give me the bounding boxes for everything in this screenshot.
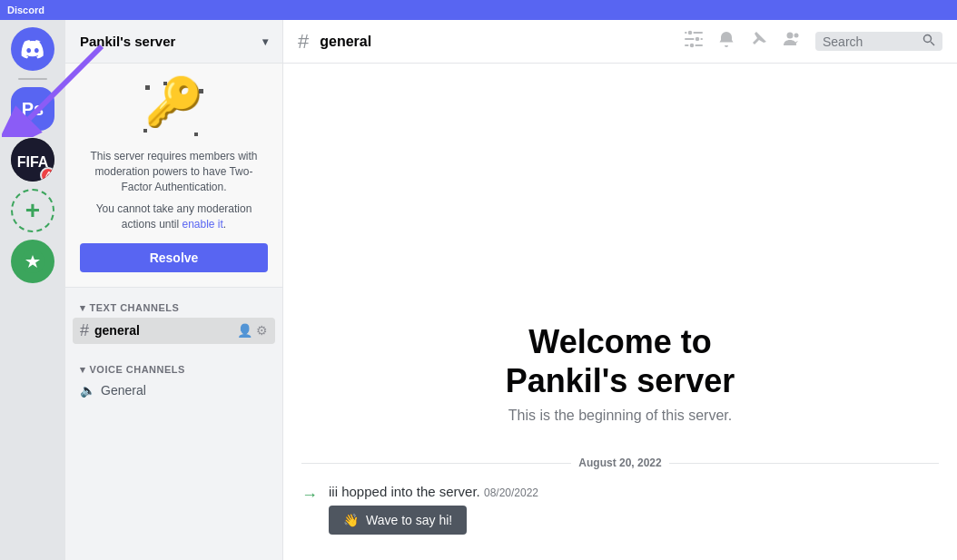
svg-point-13: [924, 35, 932, 43]
channel-header-name: general: [320, 34, 371, 50]
search-placeholder: Search: [823, 34, 917, 49]
join-timestamp: 08/20/2022: [484, 486, 538, 499]
join-arrow-icon: →: [301, 486, 318, 505]
date-divider: August 20, 2022: [301, 457, 939, 469]
twofa-notice-text1: This server requires members with modera…: [80, 149, 268, 194]
fifa-server-icon[interactable]: FIFA 4: [11, 138, 54, 182]
app-title: Discord: [7, 5, 44, 15]
join-message-text: iii hopped into the server. 08/20/2022: [329, 484, 538, 499]
search-bar[interactable]: Search: [815, 32, 942, 51]
discover-server-button[interactable]: [11, 240, 54, 283]
channel-settings-icon[interactable]: [685, 30, 703, 53]
voice-channel-name: General: [101, 383, 146, 398]
date-divider-right-line: [669, 463, 939, 464]
twofa-enable-link[interactable]: enable it: [182, 218, 222, 231]
bell-icon[interactable]: [717, 30, 735, 53]
server-list-divider: [18, 78, 47, 80]
discord-home-button[interactable]: [11, 27, 54, 71]
text-channels-section: ▾ TEXT CHANNELS # general 👤 ⚙: [65, 288, 282, 349]
pin-icon[interactable]: [750, 30, 768, 53]
general-voice-channel[interactable]: 🔈 General: [73, 379, 275, 401]
welcome-subtitle: This is the beginning of this server.: [508, 408, 732, 424]
wave-button[interactable]: 👋 Wave to say hi!: [329, 506, 467, 535]
channel-sidebar: Pankil's server ▾ 🔑 This server requires…: [65, 20, 283, 560]
date-divider-left-line: [301, 463, 571, 464]
add-server-button[interactable]: +: [11, 189, 54, 232]
voice-channels-section: ▾ VOICE CHANNELS 🔈 General: [65, 349, 282, 405]
text-channels-arrow: ▾: [80, 302, 86, 314]
server-header[interactable]: Pankil's server ▾: [65, 20, 282, 64]
channel-actions: 👤 ⚙: [237, 323, 268, 338]
server-name: Pankil's server: [80, 34, 175, 49]
svg-point-12: [794, 34, 799, 38]
svg-point-9: [695, 36, 700, 42]
search-icon: [922, 34, 935, 49]
key-icon: 🔑: [144, 75, 203, 128]
twofa-notice: 🔑 This server requires members with mode…: [65, 64, 282, 288]
add-server-icon: +: [25, 196, 40, 225]
general-channel-name: general: [94, 323, 232, 338]
server-join-message: → iii hopped into the server. 08/20/2022…: [301, 484, 939, 535]
ps-server-icon[interactable]: Ps: [11, 87, 54, 131]
settings-icon[interactable]: ⚙: [256, 323, 268, 338]
svg-point-11: [787, 33, 794, 39]
channel-hash-icon: #: [80, 321, 89, 340]
general-channel-item[interactable]: # general 👤 ⚙: [73, 318, 275, 344]
ps-server-label: Ps: [22, 99, 44, 120]
svg-point-8: [687, 30, 693, 35]
wave-emoji: 👋: [343, 513, 359, 527]
voice-channels-arrow: ▾: [80, 364, 86, 376]
wave-label: Wave to say hi!: [366, 513, 452, 527]
voice-channels-category[interactable]: ▾ VOICE CHANNELS: [73, 364, 275, 376]
members-icon[interactable]: [783, 30, 801, 53]
channel-header-hash: #: [298, 30, 309, 54]
join-message-content: iii hopped into the server. 08/20/2022 👋…: [329, 484, 538, 535]
twofa-icon-area: 🔑: [138, 78, 211, 142]
welcome-title: Welcome toPankil's server: [506, 322, 735, 400]
title-bar: Discord: [0, 0, 957, 20]
svg-line-14: [931, 42, 934, 45]
svg-point-10: [689, 43, 695, 48]
text-channels-category[interactable]: ▾ TEXT CHANNELS: [73, 302, 275, 314]
twofa-notice-text2: You cannot take any moderation actions u…: [80, 201, 268, 232]
welcome-section: Welcome toPankil's server This is the be…: [301, 322, 939, 424]
server-dropdown-arrow: ▾: [262, 35, 268, 48]
channel-header: # general: [283, 20, 957, 64]
main-content: # general: [283, 20, 957, 560]
server-list: Ps FIFA 4 +: [0, 20, 65, 560]
header-icons: Search: [685, 30, 942, 53]
add-member-icon[interactable]: 👤: [237, 323, 252, 338]
volume-icon: 🔈: [80, 383, 95, 398]
messages-area: Welcome toPankil's server This is the be…: [283, 64, 957, 560]
resolve-button[interactable]: Resolve: [80, 243, 268, 272]
date-divider-text: August 20, 2022: [578, 457, 661, 469]
fifa-notification-badge: 4: [40, 167, 54, 182]
